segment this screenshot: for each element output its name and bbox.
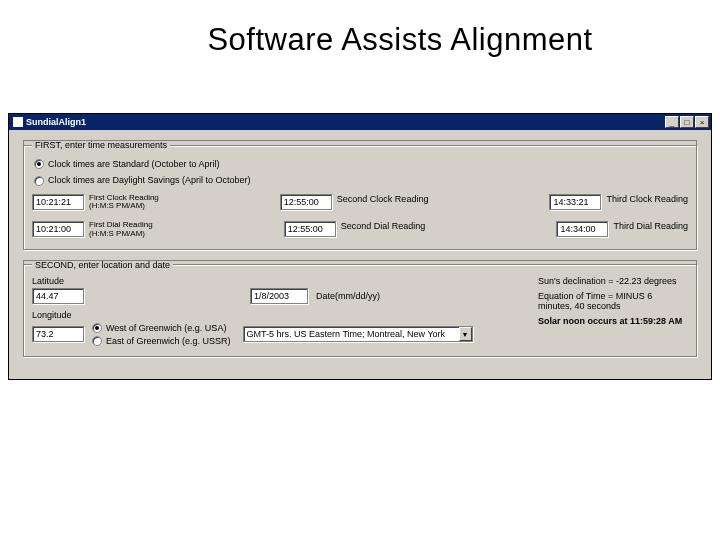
radio-east[interactable]: [92, 336, 102, 346]
equation-of-time-label: Equation of Time = MINUS 6 minutes, 40 s…: [538, 291, 688, 313]
window-title: SundialAlign1: [26, 117, 86, 127]
radio-standard-time[interactable]: [34, 159, 44, 169]
first-dial-input[interactable]: [32, 221, 84, 237]
titlebar: SundialAlign1 _ □ ×: [9, 114, 711, 130]
radio-daylight-label: Clock times are Daylight Savings (April …: [48, 175, 251, 185]
app-window: SundialAlign1 _ □ × FIRST, enter time me…: [8, 113, 712, 380]
solar-noon-label: Solar noon occurs at 11:59:28 AM: [538, 316, 688, 327]
second-clock-input[interactable]: [280, 194, 332, 210]
second-dial-label: Second Dial Reading: [341, 221, 426, 231]
second-legend: SECOND, enter location and date: [32, 260, 173, 270]
timezone-value: GMT-5 hrs. US Eastern Time; Montreal, Ne…: [244, 329, 449, 339]
first-fieldset: FIRST, enter time measurements Clock tim…: [23, 140, 697, 250]
radio-east-label: East of Greenwich (e.g. USSR): [106, 336, 231, 346]
first-clock-input[interactable]: [32, 194, 84, 210]
third-clock-label: Third Clock Reading: [606, 194, 688, 204]
second-clock-label: Second Clock Reading: [337, 194, 429, 204]
date-label: Date(mm/dd/yy): [316, 291, 380, 301]
sun-declination-label: Sun's declination = -22.23 degrees: [538, 276, 688, 287]
third-dial-label: Third Dial Reading: [613, 221, 688, 231]
radio-west-label: West of Greenwich (e.g. USA): [106, 323, 226, 333]
maximize-button[interactable]: □: [680, 116, 694, 128]
radio-west[interactable]: [92, 323, 102, 333]
latitude-input[interactable]: [32, 288, 84, 304]
radio-daylight-time[interactable]: [34, 176, 44, 186]
second-dial-input[interactable]: [284, 221, 336, 237]
longitude-input[interactable]: [32, 326, 84, 342]
latitude-label: Latitude: [32, 276, 82, 286]
radio-standard-label: Clock times are Standard (October to Apr…: [48, 159, 220, 169]
first-legend: FIRST, enter time measurements: [32, 140, 170, 150]
first-clock-label-2: (H:M:S PM/AM): [89, 202, 159, 211]
app-icon: [13, 117, 23, 127]
longitude-label: Longitude: [32, 310, 530, 320]
chevron-down-icon: ▼: [459, 327, 472, 341]
app-body: FIRST, enter time measurements Clock tim…: [9, 130, 711, 379]
second-fieldset: SECOND, enter location and date Latitude…: [23, 260, 697, 357]
date-input[interactable]: [250, 288, 308, 304]
slide-title: Software Assists Alignment: [0, 0, 720, 68]
third-clock-input[interactable]: [549, 194, 601, 210]
minimize-button[interactable]: _: [665, 116, 679, 128]
third-dial-input[interactable]: [556, 221, 608, 237]
first-dial-label-2: (H:M:S PM/AM): [89, 230, 153, 239]
close-button[interactable]: ×: [695, 116, 709, 128]
timezone-dropdown[interactable]: GMT-5 hrs. US Eastern Time; Montreal, Ne…: [243, 326, 473, 342]
